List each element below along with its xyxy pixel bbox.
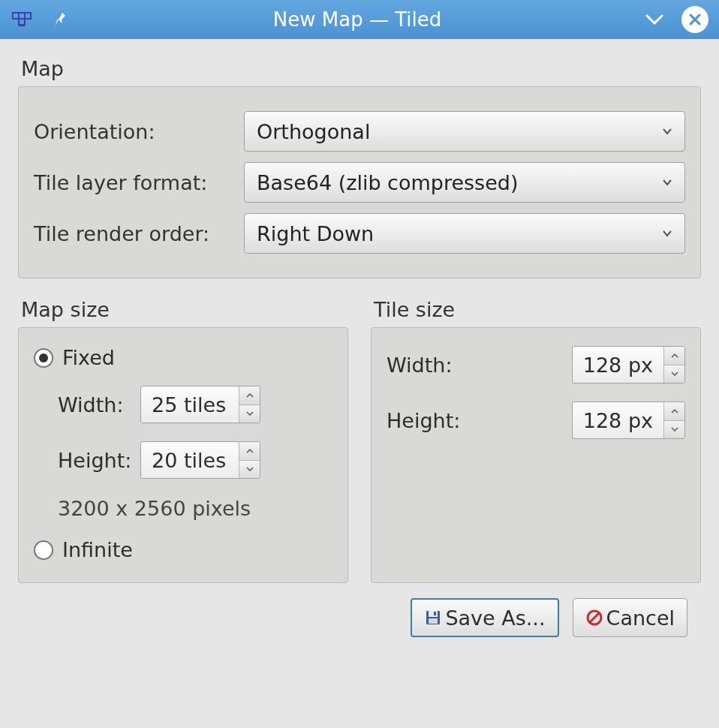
tile-size-groupbox: Width: 128 px Height: 128 px <box>371 327 701 583</box>
fixed-radio[interactable] <box>34 348 53 368</box>
svg-rect-6 <box>429 611 438 617</box>
caret-down-icon <box>662 179 672 186</box>
infinite-radio-label: Infinite <box>62 538 133 561</box>
map-groupbox: Orientation: Orthogonal Tile layer forma… <box>18 86 701 278</box>
close-button[interactable] <box>681 6 708 33</box>
tile-render-order-value: Right Down <box>257 222 374 245</box>
chevron-down-icon[interactable] <box>644 13 665 26</box>
map-height-value: 20 tiles <box>141 442 239 478</box>
svg-rect-3 <box>19 19 25 25</box>
tile-height-label: Height: <box>387 409 477 432</box>
map-width-step-down[interactable] <box>239 405 260 423</box>
svg-rect-1 <box>19 13 25 19</box>
window-title: New Map — Tiled <box>71 8 644 31</box>
tile-layer-format-label: Tile layer format: <box>34 171 244 194</box>
tile-width-spinbox[interactable]: 128 px <box>572 346 685 384</box>
tile-render-order-label: Tile render order: <box>34 222 244 245</box>
save-icon <box>424 609 442 627</box>
fixed-radio-label: Fixed <box>62 346 115 369</box>
tile-height-spinbox[interactable]: 128 px <box>572 402 685 439</box>
map-size-groupbox: Fixed Width: 25 tiles <box>18 327 348 583</box>
map-width-step-up[interactable] <box>239 387 260 405</box>
map-width-label: Width: <box>58 393 140 417</box>
svg-rect-4 <box>19 25 25 26</box>
save-as-button[interactable]: Save As... <box>411 598 558 637</box>
cancel-icon <box>585 609 603 627</box>
map-size-section-label: Map size <box>21 298 348 321</box>
tile-height-value: 128 px <box>573 402 663 438</box>
tile-layer-format-combo[interactable]: Base64 (zlib compressed) <box>244 162 685 203</box>
orientation-combo[interactable]: Orthogonal <box>244 111 685 152</box>
map-height-step-down[interactable] <box>239 461 260 479</box>
orientation-value: Orthogonal <box>257 120 370 143</box>
save-as-label: Save As... <box>445 606 545 630</box>
map-width-spinbox[interactable]: 25 tiles <box>140 386 260 423</box>
infinite-radio[interactable] <box>34 540 53 560</box>
svg-rect-0 <box>13 13 19 19</box>
fixed-radio-row[interactable]: Fixed <box>34 346 332 369</box>
caret-down-icon <box>662 128 672 135</box>
svg-rect-2 <box>25 13 31 19</box>
tile-height-step-down[interactable] <box>664 421 684 439</box>
map-height-spinbox[interactable]: 20 tiles <box>140 441 260 479</box>
infinite-radio-row[interactable]: Infinite <box>34 538 332 561</box>
pixels-info: 3200 x 2560 pixels <box>58 497 332 520</box>
map-height-label: Height: <box>58 449 140 472</box>
tile-width-step-down[interactable] <box>664 366 684 384</box>
dialog-body: Map Orientation: Orthogonal Tile layer f… <box>0 39 719 655</box>
cancel-button[interactable]: Cancel <box>573 598 687 637</box>
svg-rect-8 <box>434 612 436 615</box>
app-icon <box>11 11 33 29</box>
tile-size-section-label: Tile size <box>374 298 701 321</box>
tile-width-step-up[interactable] <box>664 347 684 366</box>
tile-width-value: 128 px <box>573 347 663 383</box>
svg-rect-7 <box>429 618 438 624</box>
map-height-step-up[interactable] <box>239 442 260 461</box>
caret-down-icon <box>662 230 672 237</box>
tile-width-label: Width: <box>387 353 477 377</box>
map-section-label: Map <box>21 57 701 80</box>
tile-layer-format-value: Base64 (zlib compressed) <box>257 171 518 194</box>
tile-height-step-up[interactable] <box>664 402 684 421</box>
orientation-label: Orientation: <box>34 120 244 143</box>
map-width-value: 25 tiles <box>141 387 239 423</box>
cancel-label: Cancel <box>606 606 675 630</box>
titlebar: New Map — Tiled <box>0 0 719 39</box>
tile-render-order-combo[interactable]: Right Down <box>244 213 685 254</box>
svg-line-10 <box>590 613 599 622</box>
pin-icon[interactable] <box>53 11 71 29</box>
